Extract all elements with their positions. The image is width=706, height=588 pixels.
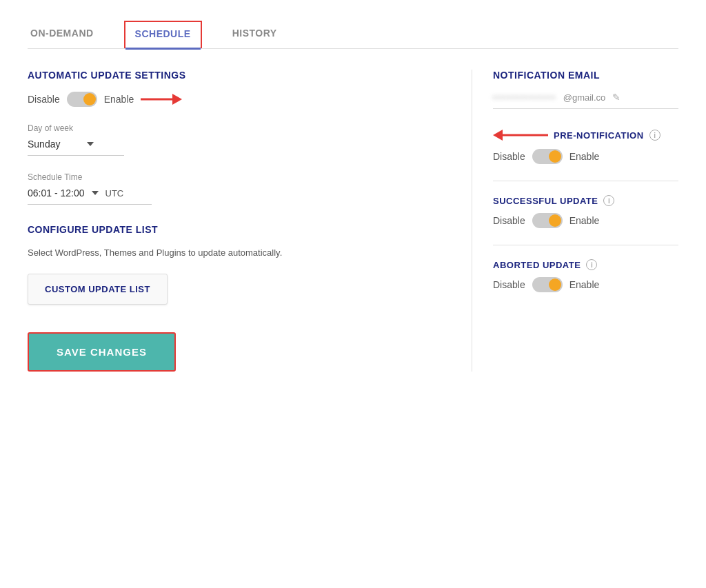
pre-notification-title: PRE-NOTIFICATION (554, 130, 644, 141)
divider-1 (493, 181, 678, 181)
email-row: •••••••••••••• @gmail.co ✎ (493, 92, 678, 109)
edit-email-icon[interactable]: ✎ (612, 92, 621, 103)
day-of-week-label: Day of week (28, 123, 430, 133)
pre-notification-section: PRE-NOTIFICATION i Disable Enable (493, 128, 678, 164)
aborted-enable-label: Enable (569, 279, 600, 290)
successful-update-title: SUCCESSFUL UPDATE (493, 196, 598, 206)
arrow-enable-annotation (141, 92, 182, 106)
toggle-slider (67, 92, 97, 107)
pre-notif-knob (549, 150, 561, 163)
schedule-time-wrapper: 06:01 - 12:00 UTC (28, 187, 152, 205)
schedule-time-group: Schedule Time 06:01 - 12:00 UTC (28, 172, 430, 205)
email-domain: @gmail.co (563, 92, 606, 103)
aborted-update-info-icon[interactable]: i (586, 259, 597, 270)
tabs-container: ON-DEMAND SCHEDULE HISTORY (28, 21, 678, 49)
aborted-slider (532, 277, 563, 292)
aborted-update-title: ABORTED UPDATE (493, 260, 581, 270)
automatic-update-title: AUTOMATIC UPDATE SETTINGS (28, 70, 430, 81)
tab-history[interactable]: HISTORY (230, 21, 280, 48)
email-blurred: •••••••••••••• (493, 92, 556, 103)
left-panel: AUTOMATIC UPDATE SETTINGS Disable Enable… (28, 70, 430, 372)
auto-update-toggle[interactable] (67, 92, 97, 107)
configure-update-description: Select WordPress, Themes and Plugins to … (28, 246, 430, 260)
notification-email-section: NOTIFICATION EMAIL •••••••••••••• @gmail… (493, 70, 678, 109)
successful-update-section: SUCCESSFUL UPDATE i Disable Enable (493, 195, 678, 228)
day-of-week-select-wrapper: Sunday Monday Tuesday Wednesday Thursday… (28, 139, 124, 156)
arrow-pre-notification (493, 128, 548, 142)
pre-notif-enable-label: Enable (569, 151, 600, 162)
successful-update-title-row: SUCCESSFUL UPDATE i (493, 195, 678, 206)
notification-email-title: NOTIFICATION EMAIL (493, 70, 678, 81)
pre-notif-disable-label: Disable (493, 151, 525, 162)
toggle-knob (83, 93, 96, 105)
pre-notif-slider (532, 149, 563, 164)
successful-update-toggle[interactable] (532, 213, 563, 228)
pre-notification-toggle-row: Disable Enable (493, 149, 678, 164)
aborted-update-toggle[interactable] (532, 277, 563, 292)
aborted-disable-label: Disable (493, 279, 525, 290)
pre-notification-info-icon[interactable]: i (649, 130, 660, 141)
save-section: SAVE CHANGES (28, 332, 430, 372)
aborted-knob (549, 278, 561, 291)
pre-notification-title-row: PRE-NOTIFICATION i (493, 128, 678, 142)
successful-update-toggle-row: Disable Enable (493, 213, 678, 228)
pre-notification-toggle[interactable] (532, 149, 563, 164)
divider-2 (493, 245, 678, 245)
chevron-down-icon (87, 142, 94, 146)
auto-update-disable-label: Disable (28, 94, 60, 105)
successful-disable-label: Disable (493, 215, 525, 226)
automatic-update-toggle-row: Disable Enable (28, 92, 430, 107)
main-content: AUTOMATIC UPDATE SETTINGS Disable Enable… (28, 70, 678, 372)
successful-slider (532, 213, 563, 228)
day-of-week-select[interactable]: Sunday Monday Tuesday Wednesday Thursday… (28, 139, 81, 150)
successful-enable-label: Enable (569, 215, 600, 226)
save-changes-button[interactable]: SAVE CHANGES (28, 332, 176, 372)
successful-knob (549, 214, 561, 227)
time-chevron-icon (92, 191, 99, 195)
aborted-update-section: ABORTED UPDATE i Disable Enable (493, 259, 678, 292)
successful-update-info-icon[interactable]: i (603, 195, 614, 206)
schedule-time-label: Schedule Time (28, 172, 430, 182)
configure-update-title: CONFIGURE UPDATE LIST (28, 224, 430, 235)
schedule-time-value: 06:01 - 12:00 (28, 187, 85, 199)
aborted-update-title-row: ABORTED UPDATE i (493, 259, 678, 270)
custom-update-list-button[interactable]: CUSTOM UPDATE LIST (28, 274, 168, 305)
right-panel: NOTIFICATION EMAIL •••••••••••••• @gmail… (472, 70, 678, 372)
tab-schedule[interactable]: SCHEDULE (124, 21, 202, 48)
configure-update-section: CONFIGURE UPDATE LIST Select WordPress, … (28, 224, 430, 305)
day-of-week-group: Day of week Sunday Monday Tuesday Wednes… (28, 123, 430, 156)
aborted-update-toggle-row: Disable Enable (493, 277, 678, 292)
auto-update-enable-label: Enable (104, 94, 134, 105)
tab-on-demand[interactable]: ON-DEMAND (28, 21, 97, 48)
timezone-label: UTC (105, 188, 124, 199)
